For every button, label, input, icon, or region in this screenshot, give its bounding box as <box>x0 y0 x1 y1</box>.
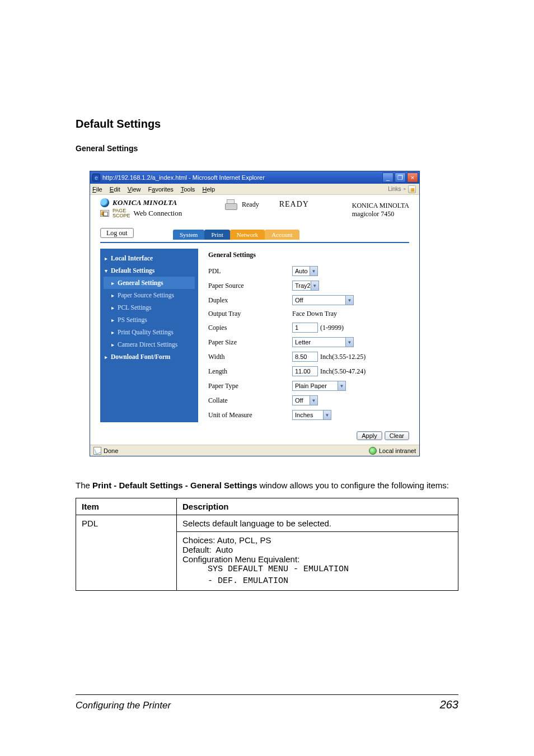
label-paper-size: Paper Size <box>208 335 292 349</box>
cell-desc-block: Choices: Auto, PCL, PS Default: Auto Con… <box>177 532 458 591</box>
ie-menubar: File Edit View Favorites Tools Help Link… <box>90 184 419 195</box>
nav-local-interface[interactable]: Local Interface <box>104 252 195 264</box>
pagescope-icon <box>100 210 109 217</box>
status-ready-small: Ready <box>242 200 259 209</box>
row-length: Length 11.00Inch(5.50-47.24) <box>208 364 409 379</box>
tab-system[interactable]: System <box>173 230 204 240</box>
row-paper-size: Paper Size Letter▼ <box>208 335 409 349</box>
footer-page-number: 263 <box>440 698 458 711</box>
menu-file[interactable]: File <box>92 186 102 193</box>
value-output-tray: Face Down Tray <box>292 310 337 318</box>
brand-right-1: KONICA MINOLTA <box>352 202 409 210</box>
ie-title-text: http://192.168.1.2/a_index.html - Micros… <box>102 174 265 181</box>
clear-button[interactable]: Clear <box>385 431 409 440</box>
globe-icon <box>100 198 109 207</box>
row-pdl: PDL Auto▼ <box>208 264 409 278</box>
row-duplex: Duplex Off▼ <box>208 293 409 307</box>
printer-icon <box>225 199 237 209</box>
row-paper-source: Paper Source Tray2▼ <box>208 278 409 293</box>
hint-length: Inch(5.50-47.24) <box>320 367 366 375</box>
select-paper-type[interactable]: Plain Paper▼ <box>292 381 346 391</box>
pagescope-title: Web Connection <box>134 209 182 218</box>
label-paper-source: Paper Source <box>208 278 292 293</box>
ie-links-label[interactable]: Links <box>388 186 401 192</box>
label-unit: Unit of Measure <box>208 408 292 422</box>
select-pdl[interactable]: Auto▼ <box>292 266 318 276</box>
row-collate: Collate Off▼ <box>208 393 409 408</box>
tab-print[interactable]: Print <box>204 230 229 240</box>
chevron-down-icon: ▼ <box>310 396 317 405</box>
label-paper-type: Paper Type <box>208 379 292 393</box>
brand-right-2: magicolor 7450 <box>352 210 409 218</box>
menu-favorites[interactable]: Favorites <box>148 186 174 193</box>
label-width: Width <box>208 349 292 364</box>
nav-ps-settings[interactable]: PS Settings <box>104 314 195 326</box>
chevron-down-icon: ▼ <box>323 410 331 419</box>
ie-icon: e <box>92 174 100 181</box>
hint-copies: (1-9999) <box>320 324 344 332</box>
row-unit: Unit of Measure Inches▼ <box>208 408 409 422</box>
row-width: Width 8.50Inch(3.55-12.25) <box>208 349 409 364</box>
row-paper-type: Paper Type Plain Paper▼ <box>208 379 409 393</box>
status-zone: Local intranet <box>379 447 416 454</box>
select-unit[interactable]: Inches▼ <box>292 410 331 420</box>
input-length[interactable]: 11.00 <box>292 366 318 376</box>
window-maximize-button[interactable]: ❐ <box>395 172 406 183</box>
cell-item-pdl: PDL <box>76 515 177 591</box>
nav-paper-source-settings[interactable]: Paper Source Settings <box>104 289 195 301</box>
menu-view[interactable]: View <box>128 186 141 193</box>
chevron-right-icon: » <box>404 186 406 192</box>
chevron-down-icon: ▼ <box>310 267 317 276</box>
tab-account[interactable]: Account <box>265 230 299 240</box>
input-width[interactable]: 8.50 <box>292 352 318 362</box>
description-table: Item Description PDL Selects default lan… <box>76 498 458 591</box>
apply-button[interactable]: Apply <box>357 431 382 440</box>
pagescope-small-text: PAGE SCOPE <box>113 208 130 218</box>
select-duplex[interactable]: Off▼ <box>292 295 354 305</box>
embedded-screenshot: e http://192.168.1.2/a_index.html - Micr… <box>90 171 420 456</box>
menu-help[interactable]: Help <box>202 186 215 193</box>
heading-general-settings: General Settings <box>76 144 458 153</box>
label-copies: Copies <box>208 320 292 335</box>
select-paper-size[interactable]: Letter▼ <box>292 337 354 347</box>
page-footer: Configuring the Printer 263 <box>76 694 458 711</box>
side-nav: Local Interface Default Settings General… <box>100 249 198 422</box>
chevron-down-icon: ▼ <box>345 338 353 347</box>
footer-title: Configuring the Printer <box>76 700 171 711</box>
chevron-down-icon: ▼ <box>311 281 318 290</box>
th-item: Item <box>76 498 177 515</box>
logout-button[interactable]: Log out <box>100 228 134 238</box>
cell-desc-line1: Selects default language to be selected. <box>177 515 458 532</box>
chevron-down-icon: ▼ <box>338 381 345 390</box>
select-collate[interactable]: Off▼ <box>292 395 318 405</box>
menu-tools[interactable]: Tools <box>181 186 195 193</box>
intranet-zone-icon <box>369 447 377 455</box>
nav-camera-direct-settings[interactable]: Camera Direct Settings <box>104 338 195 351</box>
ie-throbber-icon <box>408 185 416 193</box>
menu-edit[interactable]: Edit <box>110 186 120 193</box>
nav-pcl-settings[interactable]: PCL Settings <box>104 301 195 314</box>
window-minimize-button[interactable]: _ <box>382 172 394 183</box>
tab-network[interactable]: Network <box>230 230 265 240</box>
chevron-down-icon: ▼ <box>345 296 353 305</box>
status-ready-big: READY <box>279 200 309 209</box>
label-length: Length <box>208 364 292 379</box>
window-close-button[interactable]: × <box>407 172 418 183</box>
label-collate: Collate <box>208 393 292 408</box>
pane-title: General Settings <box>208 251 409 259</box>
ie-titlebar: e http://192.168.1.2/a_index.html - Micr… <box>90 171 419 184</box>
nav-default-settings[interactable]: Default Settings <box>104 264 195 277</box>
status-done: Done <box>104 447 118 454</box>
intro-paragraph: The Print - Default Settings - General S… <box>76 480 458 491</box>
select-paper-source[interactable]: Tray2▼ <box>292 281 319 291</box>
ie-statusbar: Done Local intranet <box>90 445 419 456</box>
nav-general-settings[interactable]: General Settings <box>104 277 195 289</box>
page-icon <box>93 447 101 455</box>
nav-print-quality-settings[interactable]: Print Quality Settings <box>104 326 195 338</box>
label-output-tray: Output Tray <box>208 307 292 320</box>
nav-download-font-form[interactable]: Download Font/Form <box>104 351 195 363</box>
input-copies[interactable]: 1 <box>292 323 318 333</box>
row-copies: Copies 1(1-9999) <box>208 320 409 335</box>
label-pdl: PDL <box>208 264 292 278</box>
hint-width: Inch(3.55-12.25) <box>320 353 366 361</box>
